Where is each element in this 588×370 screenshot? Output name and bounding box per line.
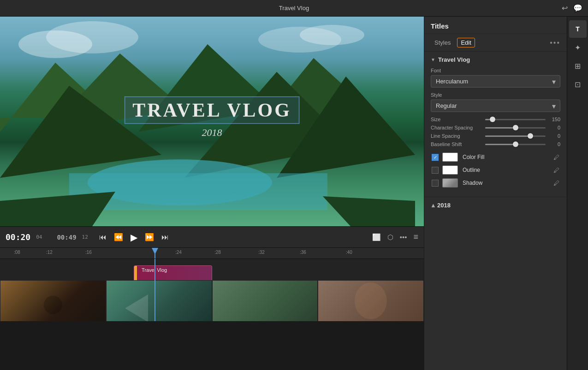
character-spacing-row: Character Spacing 0 xyxy=(431,125,560,130)
preview-area: TRAVEL VLOG 2018 xyxy=(0,17,424,226)
outline-swatch[interactable] xyxy=(442,165,458,175)
more-options-icon[interactable]: ••• xyxy=(400,233,407,241)
svg-marker-13 xyxy=(0,192,115,226)
skip-back-button[interactable]: ⏮ xyxy=(97,231,108,244)
titles-panel: Titles Styles Edit ••• ▼ Travel Vlog Fon… xyxy=(424,17,567,370)
shadow-eyedropper[interactable]: 🖊 xyxy=(553,180,559,187)
play-button[interactable]: ▶ xyxy=(129,231,139,244)
character-spacing-track xyxy=(485,127,546,129)
color-fill-label: Color Fill xyxy=(463,154,551,160)
skip-forward-button[interactable]: ⏭ xyxy=(160,231,171,244)
panel-toggle-icon[interactable]: ≡ xyxy=(413,232,418,242)
shadow-checkbox[interactable] xyxy=(432,180,439,187)
color-fill-eyedropper[interactable]: 🖊 xyxy=(553,154,559,161)
total-frames: 12 xyxy=(82,234,88,240)
baseline-shift-track xyxy=(485,144,546,145)
timeline: :08 :12 :16 :24 :28 :32 :36 :40 xyxy=(0,247,424,321)
center-panel: TRAVEL VLOG 2018 00:20 04 00:49 12 ⏮ ⏪ ▶… xyxy=(0,17,424,370)
current-timecode: 00:20 xyxy=(6,232,30,242)
icon-bar: T ✦ ⊞ ⊡ xyxy=(567,17,588,370)
font-select-wrapper: HerculanumArialGeorgiaHelvetica xyxy=(431,75,560,88)
line-spacing-track xyxy=(485,135,546,137)
tick-24: :24 xyxy=(175,250,182,255)
preview-title-year: 2018 xyxy=(124,127,300,139)
baseline-value: 0 xyxy=(549,141,560,147)
size-value: 150 xyxy=(549,117,560,122)
titles-tool-button[interactable]: T xyxy=(569,20,587,38)
section-travel-vlog[interactable]: ▼ Travel Vlog xyxy=(424,52,567,68)
outline-eyedropper[interactable]: 🖊 xyxy=(553,167,559,174)
character-spacing-label: Character Spacing xyxy=(431,125,481,130)
grid-tool-button[interactable]: ⊞ xyxy=(569,57,587,75)
shadow-swatch[interactable] xyxy=(442,178,458,188)
style-select-wrapper: RegularBoldItalicBold Italic xyxy=(431,100,560,112)
color-fill-row: Color Fill 🖊 xyxy=(431,153,560,162)
title-overlay: TRAVEL VLOG 2018 xyxy=(124,96,300,139)
crop-tool-button[interactable]: ⊡ xyxy=(569,76,587,93)
section-2018: ▶ 2018 xyxy=(424,197,567,213)
line-spacing-value: 0 xyxy=(549,133,560,139)
tick-16: :16 xyxy=(85,250,92,255)
panel-tabs: Styles Edit ••• xyxy=(424,34,567,52)
video-thumb-2 xyxy=(106,280,212,321)
svg-rect-12 xyxy=(69,173,327,210)
view-icon[interactable]: ⬜ xyxy=(372,233,381,241)
char-spacing-thumb[interactable] xyxy=(513,125,518,130)
outline-row: Outline 🖊 xyxy=(431,165,560,175)
fx-tool-icon: ✦ xyxy=(575,43,581,52)
tick-32: :32 xyxy=(258,250,265,255)
line-spacing-thumb[interactable] xyxy=(528,133,533,139)
tick-40: :40 xyxy=(346,250,352,255)
thumb-svg-1 xyxy=(0,281,106,321)
tab-styles[interactable]: Styles xyxy=(431,38,454,47)
crop-tool-icon: ⊡ xyxy=(575,80,581,89)
undo-icon[interactable]: ↩ xyxy=(562,4,568,12)
outline-checkbox[interactable] xyxy=(432,167,439,174)
app-title: Travel Vlog xyxy=(279,5,309,12)
size-slider-thumb[interactable] xyxy=(490,117,495,122)
svg-point-3 xyxy=(300,25,364,45)
section-label-travel: Travel Vlog xyxy=(438,56,470,63)
video-thumb-4 xyxy=(318,280,424,321)
tick-08: :08 xyxy=(14,250,20,255)
share-icon[interactable]: ⬡ xyxy=(387,233,393,241)
top-icons: ↩ 💬 xyxy=(562,4,582,12)
timeline-ruler: :08 :12 :16 :24 :28 :32 :36 :40 xyxy=(0,248,424,259)
line-spacing-row: Line Spacing 0 xyxy=(431,133,560,139)
font-select[interactable]: HerculanumArialGeorgiaHelvetica xyxy=(431,75,560,88)
char-spacing-fill xyxy=(485,127,516,129)
step-forward-button[interactable]: ⏩ xyxy=(143,231,156,244)
section-2018-header[interactable]: ▶ 2018 xyxy=(424,197,567,213)
tab-edit[interactable]: Edit xyxy=(457,38,475,47)
current-frames: 04 xyxy=(36,234,42,240)
size-row: Size 150 xyxy=(431,117,560,122)
section-chevron-travel: ▼ xyxy=(431,57,435,62)
main-area: TRAVEL VLOG 2018 00:20 04 00:49 12 ⏮ ⏪ ▶… xyxy=(0,17,588,370)
fx-tool-button[interactable]: ✦ xyxy=(569,39,587,56)
panel-title: Titles xyxy=(424,17,567,34)
topbar: Travel Vlog ↩ 💬 xyxy=(0,0,588,17)
font-label: Font xyxy=(431,68,560,73)
shadow-label: Shadow xyxy=(463,180,551,186)
comment-icon[interactable]: 💬 xyxy=(573,4,582,12)
playhead-track xyxy=(154,259,155,321)
travel-vlog-form: Font HerculanumArialGeorgiaHelvetica Sty… xyxy=(424,68,567,195)
video-strip xyxy=(0,280,424,321)
step-back-button[interactable]: ⏪ xyxy=(112,231,125,244)
tick-12: :12 xyxy=(46,250,53,255)
color-fill-checkbox[interactable] xyxy=(432,154,439,161)
baseline-thumb[interactable] xyxy=(513,141,518,147)
panel-more-icon[interactable]: ••• xyxy=(550,39,560,47)
playhead-marker xyxy=(152,248,158,254)
line-spacing-label: Line Spacing xyxy=(431,133,481,139)
preview-background: TRAVEL VLOG 2018 xyxy=(0,17,424,226)
style-select[interactable]: RegularBoldItalicBold Italic xyxy=(431,100,560,112)
play-controls: ⏮ ⏪ ▶ ⏩ ⏭ xyxy=(97,231,171,244)
size-label: Size xyxy=(431,117,481,122)
svg-point-1 xyxy=(46,21,138,53)
outline-label: Outline xyxy=(463,167,551,173)
tick-28: :28 xyxy=(214,250,221,255)
color-fill-swatch[interactable] xyxy=(442,153,458,162)
svg-marker-14 xyxy=(323,196,415,226)
grid-tool-icon: ⊞ xyxy=(575,62,581,70)
